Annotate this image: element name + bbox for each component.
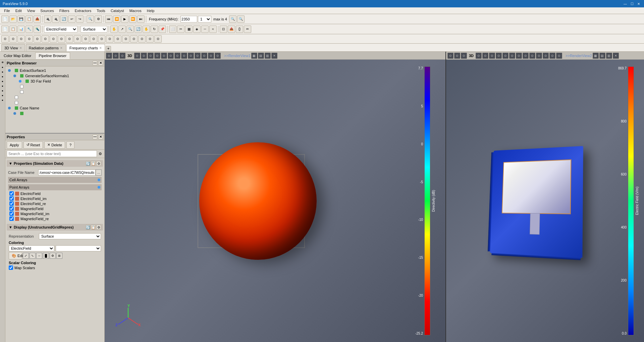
electric-field-im-check[interactable] (9, 196, 14, 201)
tb2-stream-btn[interactable]: ≈ (209, 26, 217, 33)
settings-btn[interactable]: ⚙ (95, 15, 102, 23)
display-header[interactable]: ▼ Display (UnstructuredGridRepres) 🔄 📋 ⚙ (7, 224, 103, 231)
viewright-tb-btn2[interactable]: ⊙ (454, 53, 460, 59)
pipeline-settings-btn[interactable]: ✕ (98, 61, 103, 65)
display-copy-btn[interactable]: 📋 (91, 225, 96, 230)
list-item[interactable] (6, 95, 104, 100)
tb2-extract-btn[interactable]: 📤 (228, 26, 235, 33)
viewright-tb-btn5[interactable]: ⊙ (482, 53, 488, 59)
magnetic-field-check[interactable] (9, 206, 14, 211)
view3d-layout-btn3[interactable]: ▥ (265, 53, 271, 59)
view3d-tb-btn8[interactable]: ⊙ (161, 53, 167, 59)
props-close-btn[interactable]: ✕ (98, 135, 103, 139)
tb2-pan-btn[interactable]: ✋ (143, 26, 150, 33)
tb3-btn4[interactable]: ⊙ (25, 35, 33, 43)
menu-help[interactable]: Help (144, 8, 157, 13)
tab-frequency-close[interactable]: ✕ (99, 46, 102, 50)
field-select[interactable]: ElectricField (44, 26, 77, 33)
tb2-btn5[interactable]: 🔦 (34, 26, 41, 33)
tb2-reset-btn[interactable]: ⊡ (220, 26, 227, 33)
tab-frequency[interactable]: Frequency charts ✕ (66, 44, 105, 51)
viewright-layout-btn2[interactable]: ▤ (599, 53, 605, 59)
viewright-tb-btn11[interactable]: ⊙ (523, 53, 529, 59)
tb3-btn14[interactable]: ⊙ (106, 35, 113, 43)
apply-button[interactable]: Apply (7, 141, 22, 149)
viewright-tb-btn10[interactable]: ⊙ (516, 53, 522, 59)
list-item[interactable]: ExtractSurface1 (6, 68, 104, 73)
view3d-tb-btn15[interactable]: ⊙ (208, 53, 214, 59)
tab-3d-view-close[interactable]: ✕ (19, 46, 22, 50)
menu-file[interactable]: File (1, 8, 13, 13)
save-state-btn[interactable]: 📋 (25, 15, 33, 23)
connect-btn[interactable]: 🔌 (44, 15, 51, 23)
rescale-btn[interactable]: ⤢ (23, 253, 29, 259)
panel-tab-pipeline[interactable]: Pipeline Browser (35, 52, 70, 59)
lt-btn2[interactable]: ● (1, 65, 5, 69)
load-state-btn[interactable]: 📥 (34, 15, 41, 23)
view3d-layout-btn2[interactable]: ▤ (258, 53, 264, 59)
tb2-select-btn[interactable]: ↗ (118, 26, 126, 33)
display-refresh-btn[interactable]: 🔄 (86, 225, 90, 230)
tb3-btn7[interactable]: ⊙ (50, 35, 57, 43)
tb2-clip-btn[interactable]: ✂ (177, 26, 184, 33)
minimize-btn[interactable]: — (623, 1, 628, 6)
viewright-tb-btn7[interactable]: ⊙ (496, 53, 502, 59)
play-btn[interactable]: ▶ (121, 15, 128, 23)
tb3-btn15[interactable]: ⊙ (114, 35, 121, 43)
viewright-tb-btn4[interactable]: ⊙ (476, 53, 482, 59)
tb2-thresh-btn[interactable]: ▦ (185, 26, 193, 33)
sim-refresh-btn[interactable]: 🔄 (86, 161, 90, 166)
menu-macros[interactable]: Macros (127, 8, 144, 13)
list-item[interactable] (6, 84, 104, 89)
sim-settings2-btn[interactable]: ⚙ (96, 161, 101, 166)
lt-btn9[interactable]: ● (1, 98, 5, 102)
zoom-out-btn[interactable]: 🔍 (237, 15, 245, 23)
tb3-btn12[interactable]: ⊙ (90, 35, 97, 43)
tb3-btn10[interactable]: ⊙ (74, 35, 81, 43)
sim-copy-btn[interactable]: 📋 (91, 161, 96, 166)
tab-add-btn[interactable]: + (106, 46, 111, 51)
first-frame-btn[interactable]: ⏮ (105, 15, 112, 23)
viewright-tb-btn3[interactable]: ⊙ (461, 53, 467, 59)
delete-button[interactable]: ✕ Delete (44, 141, 65, 149)
menu-edit[interactable]: Edit (13, 8, 24, 13)
lt-btn6[interactable]: ● (1, 84, 5, 88)
panel-tab-colormap[interactable]: Color Map Editor (0, 52, 35, 59)
menu-catalyst[interactable]: Catalyst (108, 8, 127, 13)
tb2-slice-btn[interactable]: ─ (201, 26, 209, 33)
lt-btn3[interactable]: ● (1, 70, 5, 74)
rescale-data-btn[interactable]: ↔ (36, 253, 42, 259)
tb3-btn20[interactable]: ⊙ (154, 35, 162, 43)
frequency-input[interactable] (180, 16, 197, 22)
display-settings-btn[interactable]: ⚙ (96, 225, 101, 230)
coloring-component-dropdown[interactable] (56, 245, 101, 251)
view3d-tb-btn9[interactable]: ⊙ (168, 53, 174, 59)
tb3-btn9[interactable]: ⊙ (66, 35, 73, 43)
viewright-tb-btn6[interactable]: ⊙ (489, 53, 495, 59)
view3d-close-btn[interactable]: ✕ (271, 53, 277, 59)
tb2-pick-btn[interactable]: 📌 (159, 26, 166, 33)
tb3-btn17[interactable]: ⊙ (130, 35, 138, 43)
help-button[interactable]: ? (66, 141, 74, 149)
lt-btn4[interactable]: ● (1, 75, 5, 79)
menu-extractors[interactable]: Extractors (72, 8, 94, 13)
tb3-btn6[interactable]: ⊙ (42, 35, 49, 43)
viewright-tb-btn16[interactable]: ⊙ (556, 53, 562, 59)
search-gear-btn[interactable]: ⚙ (98, 151, 103, 156)
pipeline-collapse-btn[interactable]: — (93, 61, 97, 65)
viewright-tb-btn9[interactable]: ⊙ (509, 53, 515, 59)
maximize-btn[interactable]: ☐ (629, 1, 635, 6)
electric-field-re-check[interactable] (9, 201, 14, 206)
lt-eye-btn[interactable]: 👁 (1, 60, 5, 64)
case-file-browse-btn[interactable]: … (96, 169, 102, 176)
representation-dropdown[interactable]: Surface (39, 233, 101, 239)
next-frame-btn[interactable]: ⏩ (129, 15, 137, 23)
separate-colormap-btn[interactable]: ⊞ (56, 253, 62, 259)
tb2-zoom-btn[interactable]: 🔍 (126, 26, 134, 33)
view3d-tb-btn1[interactable]: ⊙ (106, 53, 112, 59)
lt-btn5[interactable]: ● (1, 79, 5, 83)
reset-button[interactable]: ↺ Reset (23, 141, 43, 149)
save-btn[interactable]: 💾 (17, 15, 25, 23)
viewright-close-btn[interactable]: ✕ (613, 53, 619, 59)
reload-btn[interactable]: 🔄 (60, 15, 67, 23)
